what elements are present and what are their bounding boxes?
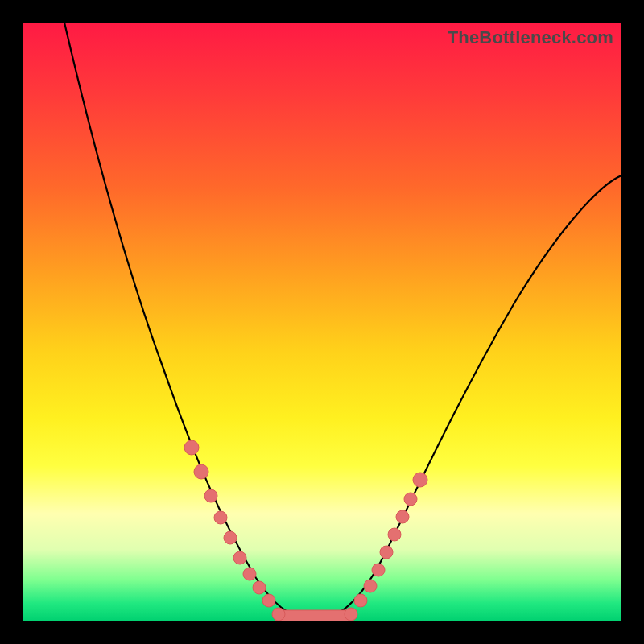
bottleneck-curve [64,23,621,620]
curve-marker [214,511,227,524]
curve-marker [262,594,275,607]
curve-marker [243,568,256,580]
curve-marker [272,608,285,621]
curve-marker [404,493,417,506]
curve-marker [372,564,385,576]
curve-marker [396,510,409,523]
curve-marker [233,551,246,564]
plot-area: TheBottleneck.com [23,23,621,621]
curve-marker [253,581,266,594]
curve-marker [204,489,217,502]
curve-marker [413,473,427,487]
curve-marker [354,594,367,607]
bottom-marker-bar [274,610,354,621]
curve-marker [224,531,237,544]
curve-marker [364,580,377,592]
curve-marker [380,546,393,559]
chart-svg [23,23,621,621]
curve-marker [194,464,208,479]
curve-marker [388,528,401,541]
curve-marker [184,440,199,455]
curve-marker [345,608,357,621]
